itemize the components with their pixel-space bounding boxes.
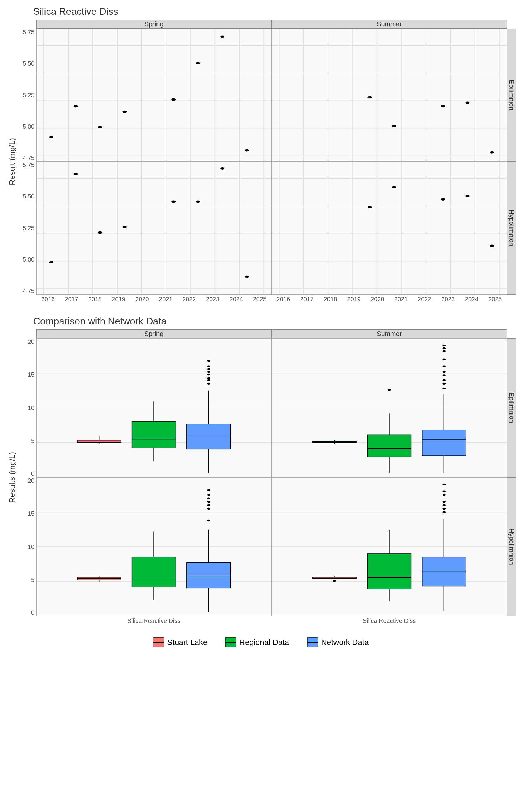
panel-spring-epilimnion (36, 338, 272, 477)
svg-point-58 (49, 261, 54, 263)
svg-point-156 (207, 520, 210, 522)
legend-key (153, 637, 164, 647)
svg-point-159 (207, 501, 210, 503)
svg-point-82 (392, 186, 396, 188)
row-strip-hypolimnion: Hypolimnion (507, 477, 516, 616)
svg-point-109 (207, 365, 210, 367)
row-strip-epilimnion: Epilimnion (507, 29, 516, 162)
svg-point-42 (490, 151, 494, 154)
svg-rect-150 (132, 557, 176, 587)
svg-point-63 (196, 200, 200, 203)
svg-point-108 (207, 368, 210, 370)
svg-point-19 (171, 99, 176, 101)
boxplot-title: Comparison with Network Data (33, 316, 516, 327)
col-strip-summer: Summer (272, 20, 507, 29)
svg-point-138 (442, 345, 446, 346)
svg-point-134 (442, 365, 446, 367)
legend-item: Stuart Lake (153, 637, 207, 647)
boxplot-xlabel: Silica Reactive Diss (36, 616, 272, 625)
boxplot-chart-block: Comparison with Network Data Results (mg… (6, 316, 516, 625)
panel-spring-hypolimnion (36, 477, 272, 616)
panel-summer-hypolimnion (272, 162, 507, 295)
svg-point-184 (442, 501, 446, 503)
scatter-yticks: 5.755.505.255.004.75 (18, 162, 36, 295)
svg-point-15 (49, 136, 54, 138)
svg-point-104 (207, 379, 210, 381)
col-strip-spring: Spring (36, 329, 272, 338)
svg-point-64 (220, 167, 224, 170)
svg-point-182 (442, 508, 446, 510)
scatter-title: Silica Reactive Diss (33, 6, 516, 17)
legend-key (307, 637, 318, 647)
scatter-yticks: 5.755.505.255.004.75 (18, 29, 36, 162)
legend-label: Regional Data (239, 638, 289, 647)
svg-point-136 (442, 350, 446, 352)
svg-point-187 (442, 484, 446, 485)
svg-point-21 (220, 36, 224, 38)
boxplot-yticks: 20151050 (18, 477, 36, 616)
svg-point-41 (465, 102, 470, 104)
svg-point-105 (207, 377, 210, 379)
svg-point-181 (442, 511, 446, 513)
legend: Stuart LakeRegional DataNetwork Data (6, 637, 516, 647)
svg-rect-97 (132, 422, 176, 448)
svg-point-157 (207, 508, 210, 510)
svg-point-172 (333, 580, 336, 582)
boxplot-yticks: 20151050 (18, 338, 36, 477)
svg-point-106 (207, 374, 210, 375)
svg-point-17 (98, 126, 102, 128)
svg-point-162 (207, 489, 210, 491)
svg-rect-175 (367, 554, 411, 589)
svg-point-59 (74, 173, 78, 175)
svg-point-129 (442, 388, 446, 389)
svg-point-81 (368, 206, 372, 208)
svg-point-85 (490, 244, 494, 247)
svg-point-124 (387, 389, 391, 391)
svg-point-103 (207, 383, 210, 385)
svg-point-40 (441, 105, 445, 107)
svg-point-186 (442, 491, 446, 492)
svg-point-135 (442, 358, 446, 360)
svg-point-185 (442, 494, 446, 496)
scatter-xticks: 2016201720182019202020212022202320242025 (36, 295, 272, 304)
boxplot-facet-grid: Spring Summer 20151050 Epilimnion 201510… (18, 329, 516, 625)
svg-point-61 (122, 226, 126, 228)
svg-point-20 (196, 62, 200, 64)
svg-point-132 (442, 374, 446, 376)
svg-point-60 (98, 231, 102, 234)
scatter-chart-block: Silica Reactive Diss Result (mg/L) Sprin… (6, 6, 516, 304)
svg-rect-154 (187, 563, 230, 588)
svg-point-137 (442, 347, 446, 349)
svg-point-133 (442, 371, 446, 373)
scatter-facet-grid: Spring Summer 5.755.505.255.004.75 Epili… (18, 20, 516, 304)
svg-point-22 (245, 149, 249, 151)
svg-point-38 (368, 96, 372, 99)
scatter-ylabel: Result (mg/L) (6, 20, 18, 304)
svg-point-39 (392, 125, 396, 127)
svg-rect-122 (367, 435, 411, 457)
svg-point-65 (245, 276, 249, 278)
svg-point-131 (442, 379, 446, 381)
col-strip-spring: Spring (36, 20, 272, 29)
svg-rect-179 (422, 557, 466, 586)
row-strip-hypolimnion: Hypolimnion (507, 162, 516, 295)
svg-point-62 (171, 200, 176, 203)
svg-point-160 (207, 497, 210, 499)
panel-summer-epilimnion (272, 29, 507, 162)
panel-summer-epilimnion (272, 338, 507, 477)
legend-label: Network Data (321, 638, 369, 647)
boxplot-xlabel: Silica Reactive Diss (272, 616, 507, 625)
svg-point-158 (207, 504, 210, 506)
legend-key (225, 637, 236, 647)
panel-spring-hypolimnion (36, 162, 272, 295)
panel-summer-hypolimnion (272, 477, 507, 616)
legend-label: Stuart Lake (167, 638, 207, 647)
svg-rect-127 (422, 430, 466, 455)
svg-point-183 (442, 504, 446, 506)
svg-point-18 (122, 110, 126, 113)
svg-point-16 (74, 105, 78, 107)
svg-point-84 (465, 195, 470, 197)
boxplot-ylabel: Results (mg/L) (6, 329, 18, 625)
svg-point-110 (207, 360, 210, 362)
svg-point-83 (441, 198, 445, 201)
